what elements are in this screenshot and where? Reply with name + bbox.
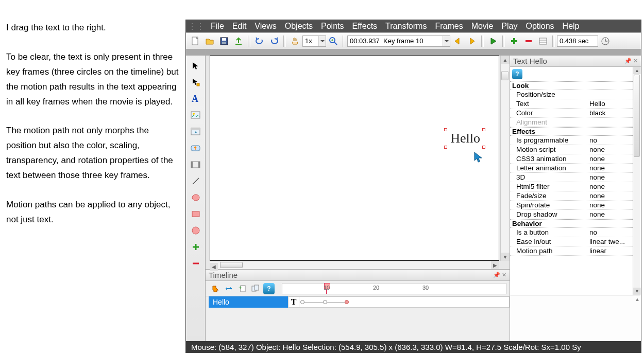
canvas-vscroll[interactable]: ▲ ▼: [500, 56, 510, 261]
canvas-hscroll[interactable]: ◀ ▶: [210, 261, 499, 269]
scroll-right-icon[interactable]: ▶: [491, 261, 499, 269]
polygon-tool[interactable]: [189, 223, 203, 238]
shape-select-tool[interactable]: [189, 75, 203, 90]
scroll-thumb[interactable]: [501, 71, 509, 80]
keyframe[interactable]: [323, 300, 327, 304]
status-bar: Mouse: (584, 327) Object: Hello Selectio…: [186, 341, 641, 352]
scroll-thumb[interactable]: [220, 262, 243, 268]
movie-tool[interactable]: [189, 125, 203, 139]
panel-pin-icon[interactable]: 📌 ✕: [493, 272, 506, 278]
duration-field[interactable]: 0.438 sec: [557, 36, 598, 47]
prop-3d[interactable]: 3Dnone: [510, 173, 633, 182]
line-tool[interactable]: [189, 174, 203, 188]
undo-button[interactable]: [253, 35, 266, 47]
keyframe-current[interactable]: [345, 300, 349, 304]
clock-icon[interactable]: [599, 35, 612, 47]
scroll-up-icon[interactable]: ▲: [501, 56, 510, 64]
selection-handle[interactable]: [444, 146, 447, 149]
prop-programmable[interactable]: Is programmableno: [510, 136, 633, 145]
menu-frames[interactable]: Frames: [431, 22, 467, 31]
add-point-tool[interactable]: [189, 240, 203, 254]
select-tool[interactable]: [189, 59, 203, 73]
sprite-tool[interactable]: [189, 157, 203, 172]
new-button[interactable]: [189, 35, 201, 47]
prop-letter-animation[interactable]: Letter animationnone: [510, 164, 633, 173]
add-track-button[interactable]: +: [236, 283, 248, 294]
canvas-area[interactable]: Hello ▲ ▼ ◀ ▶: [206, 49, 510, 269]
ellipse-tool[interactable]: [189, 190, 203, 205]
text-tool[interactable]: A: [189, 92, 203, 106]
prop-motion-path[interactable]: Motion pathlinear: [510, 246, 633, 256]
prop-ease[interactable]: Ease in/outlinear twe...: [510, 237, 633, 246]
layers-button[interactable]: [250, 283, 261, 294]
help-icon[interactable]: ?: [263, 283, 275, 294]
prop-motion-script[interactable]: Motion scriptnone: [510, 145, 633, 154]
chevron-down-icon[interactable]: [318, 36, 326, 46]
selection-handle[interactable]: [482, 146, 485, 149]
prop-drop-shadow[interactable]: Drop shadownone: [510, 210, 633, 219]
resize-button[interactable]: [223, 283, 234, 294]
zoom-combo[interactable]: 1x: [302, 36, 326, 47]
redo-button[interactable]: [268, 35, 280, 47]
play-button[interactable]: [487, 35, 499, 47]
prop-css3-animation[interactable]: CSS3 animationnone: [510, 154, 633, 164]
anchor-button[interactable]: [210, 283, 221, 294]
frame-info-combo[interactable]: 00:03.937 Key frame 10: [347, 36, 450, 47]
prop-text[interactable]: TextHello: [510, 99, 633, 109]
properties-scroll[interactable]: ▲ ▼: [633, 67, 641, 295]
button-tool[interactable]: [189, 141, 203, 155]
canvas[interactable]: Hello: [210, 56, 499, 261]
prop-is-button[interactable]: Is a buttonno: [510, 228, 633, 237]
add-frame-button[interactable]: [508, 35, 520, 47]
rect-tool[interactable]: [189, 207, 203, 221]
canvas-text-hello[interactable]: Hello: [450, 131, 480, 146]
scroll-up-icon[interactable]: ▲: [633, 67, 641, 74]
menu-file[interactable]: File: [207, 22, 228, 31]
prop-position[interactable]: Position/size: [510, 90, 633, 99]
menu-transforms[interactable]: Transforms: [381, 22, 431, 31]
menu-movie[interactable]: Movie: [467, 22, 498, 31]
menu-effects[interactable]: Effects: [348, 22, 381, 31]
svg-rect-11: [539, 38, 547, 44]
open-button[interactable]: [204, 35, 216, 47]
panel-pin-icon[interactable]: 📌 ✕: [624, 58, 638, 64]
prop-color[interactable]: Colorblack: [510, 109, 633, 118]
menu-objects[interactable]: Objects: [281, 22, 317, 31]
menu-edit[interactable]: Edit: [228, 22, 251, 31]
remove-point-tool[interactable]: [189, 256, 203, 271]
scroll-thumb[interactable]: [634, 75, 640, 157]
menu-options[interactable]: Options: [521, 22, 558, 31]
save-button[interactable]: [218, 35, 230, 47]
menu-views[interactable]: Views: [250, 22, 280, 31]
selection-handle[interactable]: [444, 128, 447, 131]
image-tool[interactable]: [189, 108, 203, 122]
selection-handle[interactable]: [482, 128, 485, 131]
menu-play[interactable]: Play: [497, 22, 521, 31]
track-area[interactable]: [299, 296, 510, 308]
menu-help[interactable]: Help: [558, 22, 584, 31]
keyframe[interactable]: [300, 300, 304, 304]
svg-rect-38: [255, 285, 259, 290]
prop-html5-filter[interactable]: Html5 filternone: [510, 182, 633, 191]
remove-frame-button[interactable]: [522, 35, 535, 47]
export-button[interactable]: [232, 35, 245, 47]
svg-rect-22: [191, 128, 200, 130]
scroll-down-icon[interactable]: ▼: [633, 288, 641, 295]
prop-spin-rotate[interactable]: Spin/rotatenone: [510, 201, 633, 210]
pan-button[interactable]: [289, 35, 301, 47]
help-icon[interactable]: ?: [512, 69, 522, 79]
scroll-down-icon[interactable]: ▼: [501, 253, 510, 261]
zoom-in-button[interactable]: [327, 35, 340, 47]
keyframes-button[interactable]: [537, 35, 549, 47]
prop-fade-size[interactable]: Fade/sizenone: [510, 191, 633, 201]
svg-rect-26: [198, 162, 200, 168]
track-label[interactable]: Hello: [209, 296, 288, 308]
scroll-left-icon[interactable]: ◀: [210, 263, 218, 271]
next-frame-button[interactable]: [466, 35, 478, 47]
menu-points[interactable]: Points: [317, 22, 348, 31]
timeline-ruler[interactable]: 10 20 30: [282, 283, 506, 294]
timeline-track[interactable]: Hello T: [206, 296, 510, 308]
scroll-up-icon[interactable]: ▲: [635, 296, 640, 302]
prev-frame-button[interactable]: [451, 35, 464, 47]
chevron-down-icon[interactable]: [443, 36, 450, 46]
